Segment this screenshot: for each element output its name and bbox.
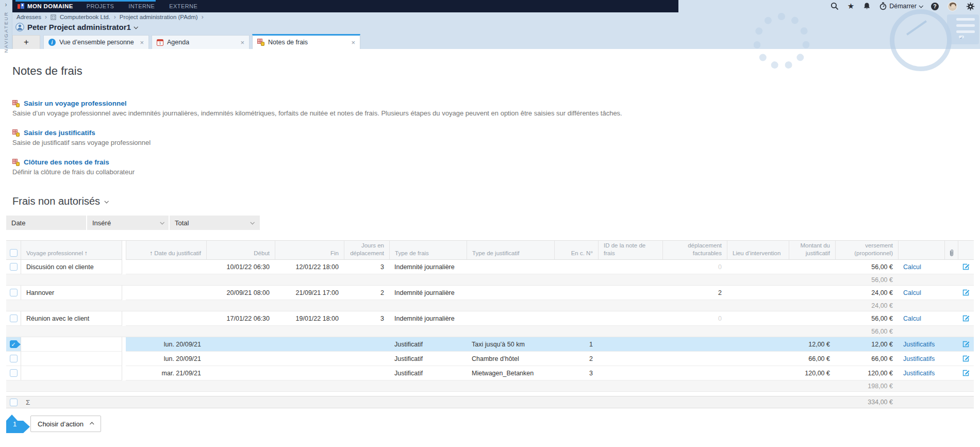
cell-jours-facturables: 0	[662, 311, 727, 326]
header-type-justificatif[interactable]: Type de justificatif	[467, 241, 554, 259]
cell-type-frais: Justificatif	[389, 337, 467, 352]
header-jours-deplacement[interactable]: Jours en déplacement	[344, 241, 389, 259]
breadcrumb-project[interactable]: Project administration (PAdm)	[120, 14, 198, 20]
chevron-down-icon	[250, 220, 254, 224]
cell-montant-justificatif: 66,00 €	[789, 352, 835, 366]
close-icon[interactable]: ×	[240, 39, 244, 46]
calcul-link[interactable]: Calcul	[903, 289, 921, 296]
justificatifs-link[interactable]: Justificatifs	[903, 341, 935, 348]
menu-mon-domaine[interactable]: MON DOMAINE	[18, 3, 73, 10]
subtotal-versement: 56,00 €	[835, 274, 898, 286]
top-right-toolbar: ★ Démarrer ?	[830, 0, 975, 12]
cell-action: Justificatifs	[898, 337, 944, 352]
menu-externe[interactable]: EXTERNE	[169, 3, 197, 9]
edit-in-window-icon[interactable]	[962, 314, 970, 322]
filter-insere[interactable]: Inséré	[86, 216, 169, 230]
choose-action-button[interactable]: Choisir d’action	[30, 416, 101, 432]
sum-row-checkbox[interactable]	[10, 399, 18, 406]
table-footer: 1 Choisir d’action	[6, 415, 980, 433]
close-icon[interactable]: ×	[351, 39, 355, 46]
top-region: ✓ › NAVIGATEUR MON DOMAINE PROJETS INTER…	[0, 0, 980, 49]
header-montant-versement[interactable]: Montant du versement (proportionnel)	[835, 241, 898, 259]
cell-type-frais: Justificatif	[389, 366, 467, 380]
select-all-checkbox[interactable]	[10, 249, 18, 257]
settings-gear-icon[interactable]	[966, 2, 975, 11]
filter-total[interactable]: Total	[169, 216, 259, 230]
menu-interne[interactable]: INTERNE	[128, 3, 155, 9]
link-cloture-notes[interactable]: Clôture des notes de frais	[24, 158, 109, 166]
main-menubar: MON DOMAINE PROJETS INTERNE EXTERNE	[12, 0, 678, 12]
calcul-link[interactable]: Calcul	[903, 263, 921, 271]
row-checkbox[interactable]	[10, 289, 18, 296]
menu-projets[interactable]: PROJETS	[87, 3, 114, 9]
filter-bar: Date Inséré Total	[6, 216, 260, 230]
row-checkbox[interactable]	[10, 355, 18, 362]
tab-vue-ensemble-personne[interactable]: i Vue d’ensemble personne ×	[43, 35, 149, 49]
user-avatar[interactable]	[948, 2, 957, 11]
table-row[interactable]: lun. 20/09/21 Justificatif Chambre d’hôt…	[6, 352, 974, 366]
header-jours-facturables[interactable]: Jours en déplacement facturables	[662, 241, 727, 259]
notifications-bell-icon[interactable]	[863, 2, 871, 10]
breadcrumb-separator: ›	[45, 13, 47, 21]
cell-action: Justificatifs	[898, 366, 944, 380]
cell-jours-facturables: 2	[662, 286, 727, 300]
cell-attachment	[944, 352, 958, 366]
header-montant-justificatif[interactable]: Montant du justificatif	[789, 241, 835, 259]
checkbox-cell: ✓	[6, 337, 21, 352]
header-type-frais[interactable]: Type de frais	[389, 241, 467, 259]
navigator-strip[interactable]: › NAVIGATEUR	[0, 0, 12, 49]
table-row[interactable]: Discusión con el cliente 10/01/22 06:30 …	[6, 260, 974, 274]
tab-notes-de-frais[interactable]: Notes de frais ×	[252, 34, 360, 49]
cell-type-frais: Indemnité journalière	[389, 311, 467, 326]
table-row-selected[interactable]: ✓ lun. 20/09/21 Justificatif Taxi jusqu’…	[6, 337, 974, 352]
section-title-frais-non-autorises[interactable]: Frais non autorisés	[12, 195, 980, 207]
row-checkbox[interactable]	[10, 263, 18, 271]
row-checkbox[interactable]	[10, 314, 18, 322]
tab-agenda[interactable]: Agenda ×	[152, 35, 250, 49]
filter-date[interactable]: Date	[6, 216, 86, 230]
info-icon: i	[48, 39, 56, 46]
favorites-star-icon[interactable]: ★	[848, 2, 854, 11]
breadcrumb-adresses[interactable]: Adresses	[16, 14, 41, 20]
cell-id-note	[598, 286, 662, 300]
cell-attachment	[944, 260, 958, 274]
app-logo-icon	[18, 3, 24, 10]
justificatifs-link[interactable]: Justificatifs	[903, 355, 935, 362]
chevron-down-icon	[160, 220, 164, 224]
search-icon[interactable]	[830, 2, 839, 10]
cell-id-note	[598, 260, 662, 274]
edit-in-window-icon[interactable]	[962, 369, 970, 377]
header-debut[interactable]: Début	[206, 241, 275, 259]
edit-in-window-icon[interactable]	[962, 340, 970, 348]
table-row[interactable]: Hannover 20/09/21 08:00 21/09/21 17:00 2…	[6, 286, 974, 300]
add-tab-button[interactable]: +	[12, 35, 40, 49]
header-fin[interactable]: Fin	[275, 241, 344, 259]
link-saisir-voyage[interactable]: Saisir un voyage professionnel	[24, 100, 127, 107]
header-en-c-no[interactable]: En c. N°	[554, 241, 598, 259]
link-saisir-justificatifs[interactable]: Saisir des justificatifs	[24, 129, 95, 137]
table-row[interactable]: Réunion avec le client 17/01/22 06:30 19…	[6, 311, 974, 326]
cell-type-justificatif	[467, 311, 554, 326]
calcul-link[interactable]: Calcul	[903, 315, 921, 322]
cell-lieu	[727, 352, 789, 366]
header-voyage[interactable]: Voyage professionnel↑	[21, 241, 122, 259]
edit-in-window-icon[interactable]	[962, 289, 970, 296]
navigator-expand-icon[interactable]: ›	[5, 1, 7, 8]
row-checkbox-checked[interactable]: ✓	[10, 340, 18, 348]
help-icon[interactable]: ?	[931, 3, 939, 10]
person-selector[interactable]: Peter Project administrator1	[15, 23, 137, 31]
edit-in-window-icon[interactable]	[962, 263, 970, 271]
close-icon[interactable]: ×	[140, 39, 144, 46]
table-row[interactable]: mar. 21/09/21 Justificatif Mietwagen_Bet…	[6, 366, 974, 380]
breadcrumb-company[interactable]: Computerbook Ltd.	[60, 14, 110, 20]
subtotal-versement: 24,00 €	[835, 300, 898, 311]
edit-in-window-icon[interactable]	[962, 355, 970, 362]
paperclip-icon	[949, 249, 955, 257]
header-date-justificatif[interactable]: ↑Date du justificatif	[126, 241, 206, 259]
cell-type-justificatif: Mietwagen_Betanken	[467, 366, 554, 380]
header-id-note[interactable]: ID de la note de frais	[598, 241, 662, 259]
row-checkbox[interactable]	[10, 369, 18, 377]
justificatifs-link[interactable]: Justificatifs	[903, 370, 935, 377]
header-lieu-intervention[interactable]: Lieu d’intervention	[727, 241, 789, 259]
timer-start-dropdown[interactable]: Démarrer	[879, 2, 922, 10]
